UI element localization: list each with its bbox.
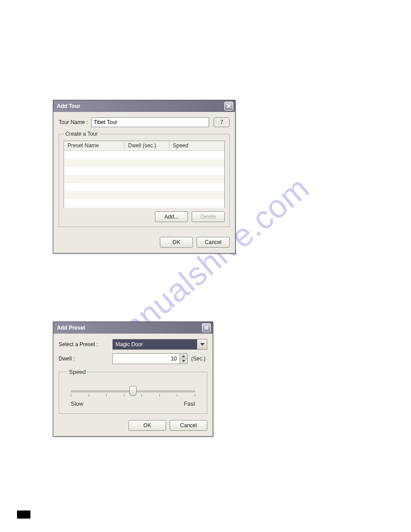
- ok-button[interactable]: OK: [128, 420, 166, 431]
- slider-labels: Slow Fast: [71, 400, 195, 407]
- dwell-spinner: [112, 353, 188, 364]
- dwell-row: Dwell : (Sec.): [59, 353, 207, 364]
- add-preset-titlebar: Add Preset: [53, 322, 213, 334]
- dwell-input[interactable]: [112, 353, 180, 364]
- grid-rows[interactable]: [64, 151, 224, 208]
- spinner-down-icon[interactable]: [180, 359, 187, 364]
- tour-name-input[interactable]: [91, 117, 209, 127]
- add-tour-body: Tour Name : 7 Create a Tour Preset Name …: [53, 112, 235, 237]
- preset-select[interactable]: Magic Door: [112, 339, 207, 350]
- col-preset-name[interactable]: Preset Name: [64, 141, 124, 150]
- speed-legend: Speed: [67, 369, 88, 375]
- spinner-up-icon[interactable]: [180, 354, 187, 359]
- speed-group: Speed Slow Fast: [59, 369, 207, 414]
- slider-thumb[interactable]: [129, 386, 137, 396]
- add-preset-dialog: Add Preset Select a Preset : Magic Door …: [53, 322, 213, 437]
- add-preset-body: Select a Preset : Magic Door Dwell : (Se…: [53, 334, 213, 436]
- add-preset-title: Add Preset: [57, 325, 85, 331]
- dwell-label: Dwell :: [59, 356, 109, 362]
- preset-select-value: Magic Door: [113, 339, 197, 349]
- create-tour-legend: Create a Tour: [64, 131, 100, 137]
- dwell-spinner-buttons: [180, 353, 188, 364]
- cancel-button[interactable]: Cancel: [197, 237, 230, 248]
- page-number-box: [17, 511, 30, 519]
- add-preset-footer: OK Cancel: [59, 420, 207, 431]
- add-tour-footer: OK Cancel: [53, 237, 235, 253]
- add-button[interactable]: Add...: [155, 211, 188, 222]
- col-dwell[interactable]: Dwell (sec.): [124, 141, 169, 150]
- preset-grid[interactable]: Preset Name Dwell (sec.) Speed: [64, 141, 225, 208]
- dwell-unit: (Sec.): [191, 356, 206, 362]
- slow-label: Slow: [71, 400, 83, 407]
- tour-name-label: Tour Name :: [59, 119, 88, 125]
- add-tour-titlebar: Add Tour: [53, 100, 235, 112]
- add-tour-dialog: Add Tour Tour Name : 7 Create a Tour Pre…: [53, 100, 235, 253]
- select-preset-row: Select a Preset : Magic Door: [59, 339, 207, 350]
- ok-button[interactable]: OK: [160, 237, 193, 248]
- close-icon[interactable]: [202, 323, 211, 332]
- grid-header: Preset Name Dwell (sec.) Speed: [64, 141, 224, 151]
- chevron-down-icon[interactable]: [197, 339, 207, 349]
- speed-slider[interactable]: [71, 384, 195, 398]
- close-icon[interactable]: [224, 102, 233, 111]
- create-tour-group: Create a Tour Preset Name Dwell (sec.) S…: [59, 131, 230, 227]
- delete-button: Delete: [192, 211, 225, 222]
- select-preset-label: Select a Preset :: [59, 341, 109, 348]
- add-tour-title: Add Tour: [57, 103, 80, 109]
- tour-name-row: Tour Name : 7: [59, 117, 230, 127]
- cancel-button[interactable]: Cancel: [170, 420, 207, 431]
- tour-number-box: 7: [214, 117, 230, 127]
- col-speed[interactable]: Speed: [169, 141, 224, 150]
- fast-label: Fast: [184, 400, 195, 407]
- grid-button-row: Add... Delete: [64, 211, 225, 222]
